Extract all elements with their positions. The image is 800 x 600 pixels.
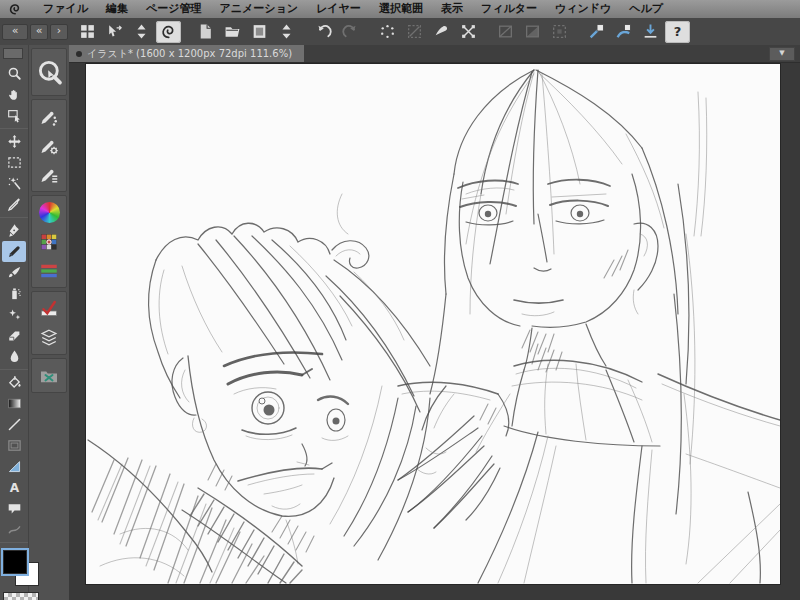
svg-text:A: A bbox=[9, 481, 19, 495]
text-tool[interactable]: A bbox=[2, 477, 26, 498]
auto-select-tool[interactable] bbox=[2, 173, 26, 194]
menu-item[interactable]: 編集 bbox=[97, 0, 137, 18]
operation-tool[interactable] bbox=[2, 105, 26, 126]
collapse-tool-palette-button[interactable]: « bbox=[2, 24, 28, 40]
tool-palette: A bbox=[0, 45, 29, 600]
undo-button[interactable] bbox=[311, 21, 336, 43]
rotate-canvas-button[interactable] bbox=[493, 21, 518, 43]
figure-tool[interactable] bbox=[2, 414, 26, 435]
material-palette[interactable] bbox=[32, 323, 66, 352]
clip-studio-swirl-icon bbox=[8, 2, 24, 17]
decoration-tool[interactable] bbox=[2, 304, 26, 325]
quick-access-palette[interactable] bbox=[32, 51, 66, 93]
move-view-tool[interactable] bbox=[2, 84, 26, 105]
command-bar: ? bbox=[69, 18, 800, 45]
snap-to-special-ruler-button[interactable] bbox=[611, 21, 636, 43]
canvas-area: イラスト* (1600 x 1200px 72dpi 111.6%) ▼ bbox=[69, 45, 800, 600]
menu-item[interactable]: ページ管理 bbox=[137, 0, 211, 18]
menu-items: ファイル編集ページ管理アニメーションレイヤー選択範囲表示フィルターウィンドウヘル… bbox=[34, 0, 672, 18]
save-file-button[interactable] bbox=[247, 21, 272, 43]
line-correction-tool[interactable] bbox=[2, 519, 26, 540]
menu-item[interactable]: 選択範囲 bbox=[370, 0, 432, 18]
fill-tool[interactable] bbox=[2, 372, 26, 393]
document-tab-label: イラスト* (1600 x 1200px 72dpi 111.6%) bbox=[87, 47, 292, 61]
palette-dock-headers: « « › bbox=[0, 18, 69, 45]
open-clip-studio-button[interactable] bbox=[156, 21, 181, 43]
layer-property-palette[interactable] bbox=[32, 294, 66, 323]
tool-groups: A bbox=[0, 61, 28, 543]
chevron-right-icon: › bbox=[57, 25, 61, 36]
palette-group bbox=[31, 48, 67, 96]
color-slider-palette[interactable] bbox=[32, 256, 66, 285]
flip-canvas-button[interactable] bbox=[520, 21, 545, 43]
transform-button[interactable] bbox=[456, 21, 481, 43]
palette-group bbox=[31, 358, 67, 393]
snap-to-grid-button[interactable] bbox=[638, 21, 663, 43]
collapse-palette-dock-button[interactable]: « bbox=[30, 24, 48, 40]
menu-bar: ファイル編集ページ管理アニメーションレイヤー選択範囲表示フィルターウィンドウヘル… bbox=[0, 0, 800, 18]
zoom-tool[interactable] bbox=[2, 63, 26, 84]
pencil-tool[interactable] bbox=[2, 241, 26, 262]
foreground-color-swatch[interactable] bbox=[3, 550, 27, 574]
toolbar-group bbox=[75, 21, 181, 43]
menu-item[interactable]: ウィンドウ bbox=[546, 0, 620, 18]
tab-close-dot-icon[interactable] bbox=[76, 51, 82, 57]
eyedropper-tool[interactable] bbox=[2, 194, 26, 215]
tool-grid-button[interactable] bbox=[75, 21, 100, 43]
expand-palette-dock-button[interactable]: › bbox=[50, 24, 68, 40]
menu-item[interactable]: ファイル bbox=[34, 0, 97, 18]
palette-groups bbox=[29, 48, 69, 393]
tool-switch-button[interactable] bbox=[102, 21, 127, 43]
ruler-tool[interactable] bbox=[2, 456, 26, 477]
toolbar-group bbox=[493, 21, 572, 43]
toolbar-group: ? bbox=[584, 21, 690, 43]
tab-list-dropdown-button[interactable]: ▼ bbox=[769, 47, 795, 61]
brush-tool[interactable] bbox=[2, 262, 26, 283]
new-file-button[interactable] bbox=[193, 21, 218, 43]
redo-button[interactable] bbox=[338, 21, 363, 43]
toolbar-group bbox=[375, 21, 481, 43]
tool-group bbox=[0, 61, 28, 129]
pen-tool[interactable] bbox=[2, 220, 26, 241]
selection-launcher-button[interactable] bbox=[375, 21, 400, 43]
color-swatches bbox=[3, 550, 63, 600]
toolbar-groups: ? bbox=[75, 21, 702, 43]
palette-group bbox=[31, 99, 67, 192]
sub-tool-palette[interactable] bbox=[32, 102, 66, 131]
menu-item[interactable]: 表示 bbox=[432, 0, 472, 18]
layer-move-tool[interactable] bbox=[2, 131, 26, 152]
balloon-tool[interactable] bbox=[2, 498, 26, 519]
save-format-spinner[interactable] bbox=[274, 21, 299, 43]
tool-palette-tab[interactable] bbox=[3, 48, 23, 59]
frame-border-tool[interactable] bbox=[2, 435, 26, 456]
menu-item[interactable]: フィルター bbox=[472, 0, 546, 18]
transparent-color-swatch[interactable] bbox=[3, 592, 39, 600]
selection-tool[interactable] bbox=[2, 152, 26, 173]
sub-tool-detail-palette[interactable] bbox=[32, 160, 66, 189]
clear-selection-button[interactable] bbox=[429, 21, 454, 43]
tool-group: A bbox=[0, 370, 28, 543]
drawing-canvas[interactable] bbox=[86, 64, 780, 584]
blend-tool[interactable] bbox=[2, 346, 26, 367]
deselect-button[interactable] bbox=[402, 21, 427, 43]
open-file-button[interactable] bbox=[220, 21, 245, 43]
menu-item[interactable]: ヘルプ bbox=[620, 0, 672, 18]
gradient-tool[interactable] bbox=[2, 393, 26, 414]
snap-to-ruler-button[interactable] bbox=[584, 21, 609, 43]
navigator-palette[interactable] bbox=[32, 361, 66, 390]
tool-switch-spinner[interactable] bbox=[129, 21, 154, 43]
document-tab[interactable]: イラスト* (1600 x 1200px 72dpi 111.6%) bbox=[69, 45, 304, 62]
airbrush-tool[interactable] bbox=[2, 283, 26, 304]
eraser-tool[interactable] bbox=[2, 325, 26, 346]
palette-group bbox=[31, 291, 67, 355]
document-tab-bar: イラスト* (1600 x 1200px 72dpi 111.6%) ▼ bbox=[69, 45, 800, 63]
color-wheel-palette[interactable] bbox=[32, 198, 66, 227]
tool-property-palette[interactable] bbox=[32, 131, 66, 160]
selection-border-button[interactable] bbox=[547, 21, 572, 43]
menu-item[interactable]: アニメーション bbox=[211, 0, 308, 18]
color-set-palette[interactable] bbox=[32, 227, 66, 256]
palette-dock bbox=[29, 45, 69, 396]
left-panel: A bbox=[0, 45, 69, 600]
menu-item[interactable]: レイヤー bbox=[307, 0, 370, 18]
help-button[interactable]: ? bbox=[665, 21, 690, 43]
